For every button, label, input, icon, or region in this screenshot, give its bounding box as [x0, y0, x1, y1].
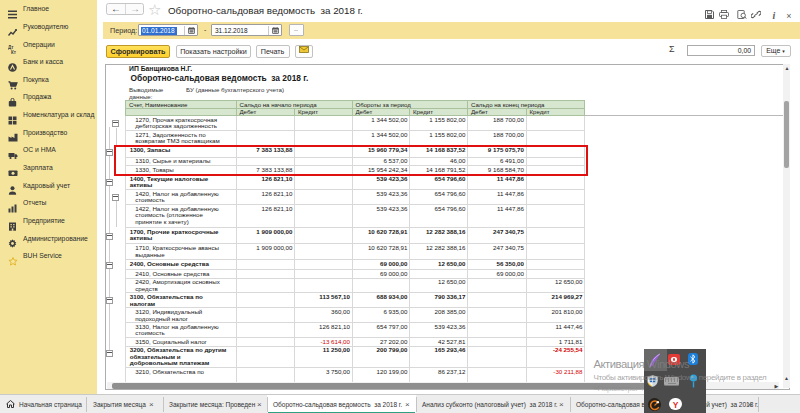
svg-text:Кт: Кт [11, 50, 17, 54]
